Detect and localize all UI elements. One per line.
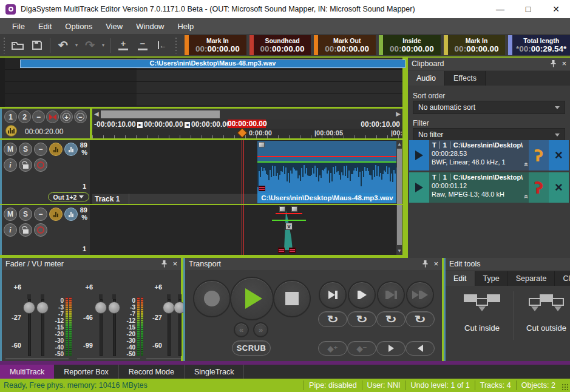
track-2-content[interactable]: v	[92, 205, 396, 255]
track-1-vscrollbar[interactable]: ▲	[396, 140, 402, 204]
play-to-mark-button[interactable]	[319, 281, 347, 309]
pin-icon[interactable]	[551, 60, 556, 67]
resize-grip[interactable]	[562, 384, 569, 391]
info-button[interactable]: i	[4, 158, 17, 172]
info-button[interactable]: i	[4, 223, 17, 237]
expand-chevron-icon[interactable]: »	[522, 164, 529, 167]
slider-knob[interactable]	[108, 302, 120, 314]
clipboard-item-2[interactable]: T1C:\Users\nin\Desktop\ 00:00:01.12 Raw,…	[409, 172, 569, 203]
view-preset-2-button[interactable]: 2	[18, 110, 31, 123]
routing-selector[interactable]: Out 1+2	[48, 192, 89, 201]
record-button[interactable]	[193, 280, 231, 317]
filter-select[interactable]: No filter	[413, 128, 565, 141]
fade-handle-icon[interactable]	[278, 248, 285, 253]
overview-object-bar[interactable]: C:\Users\nin\Desktop\Maus-48.mp3.wav	[20, 59, 405, 68]
loop-4-button[interactable]: ↻	[405, 311, 435, 327]
pin-icon[interactable]	[422, 260, 428, 268]
overview-row-1[interactable]: C:\Users\nin\Desktop\Maus-48.mp3.wav	[5, 58, 402, 70]
time-ruler[interactable]: 0:00:00 |00:00:05 |00:	[92, 129, 402, 138]
play-button[interactable]	[409, 172, 429, 203]
solo-button[interactable]: S	[19, 208, 32, 221]
lock-button[interactable]	[19, 223, 32, 237]
overview-row-4[interactable]	[5, 94, 402, 106]
object-handle-icon[interactable]	[259, 142, 265, 147]
tab-edit[interactable]: Edit	[446, 271, 475, 286]
prelisten-ear-icon[interactable]: ʔ	[529, 140, 549, 171]
vscroll-thumb[interactable]	[397, 149, 402, 204]
menu-edit[interactable]: Edit	[32, 20, 58, 33]
record-arm-button[interactable]	[34, 158, 47, 172]
tab-audio[interactable]: Audio	[408, 71, 445, 86]
mark-in-flag[interactable]: ▸00:00:00.00	[137, 120, 183, 129]
fader-slider[interactable]	[38, 299, 47, 356]
display-mark-in[interactable]: Mark In 00:00:00.00	[185, 35, 246, 55]
menu-options[interactable]: Options	[59, 20, 98, 33]
pin-icon[interactable]	[161, 260, 167, 268]
next-marker-button[interactable]	[376, 341, 405, 356]
slider-knob[interactable]	[23, 302, 35, 314]
play-selection-button[interactable]	[377, 281, 405, 309]
loop-2-button[interactable]: ↻	[347, 311, 376, 327]
object-title[interactable]: C:\Users\nin\Desktop\Maus-48.mp3.wav	[257, 193, 396, 203]
collapse-button[interactable]: −	[32, 110, 45, 123]
slider-knob[interactable]	[95, 302, 107, 314]
display-total-length[interactable]: Total length *00:00:29.54*	[508, 35, 570, 55]
object-envelope-area[interactable]	[257, 141, 396, 163]
prelisten-ear-icon[interactable]: ʔ	[529, 172, 549, 203]
zoom-in-circle-button[interactable]: +	[60, 110, 73, 123]
fader-slider[interactable]	[175, 299, 184, 356]
display-inside[interactable]: Inside 00:00:00.00	[379, 35, 441, 55]
fader-slider[interactable]	[110, 299, 118, 356]
remove-clip-icon[interactable]: ×	[549, 172, 569, 203]
overview-row-3[interactable]	[5, 82, 402, 94]
horizontal-scrollbar[interactable]: ◀ ▶	[92, 109, 402, 120]
cut-outside-tool[interactable]: Cut outside	[517, 294, 570, 333]
menu-file[interactable]: File	[6, 20, 31, 33]
mark-out-flag[interactable]: ◂00:00:00.00	[185, 120, 231, 129]
mute-button[interactable]: M	[4, 143, 17, 156]
track-2-vscrollbar[interactable]: ▼	[396, 205, 402, 255]
clipboard-item-1[interactable]: T1C:\Users\nin\Desktop\ 00:00:28.53 BWF,…	[409, 140, 569, 171]
fader-slider[interactable]	[165, 299, 173, 356]
solo-button[interactable]: S	[19, 143, 32, 156]
minimize-track-button[interactable]: −	[34, 208, 47, 221]
tab-type[interactable]: Type	[475, 271, 508, 286]
tab-clip-insert[interactable]: Clip & I	[555, 271, 570, 286]
tab-multitrack[interactable]: MultiTrack	[0, 365, 54, 379]
expand-chevron-icon[interactable]: »	[522, 196, 529, 199]
tab-reporter-box[interactable]: Reporter Box	[54, 365, 119, 379]
fade-handle-icon[interactable]	[289, 248, 296, 253]
view-preset-1-button[interactable]: 1	[4, 110, 17, 123]
display-mark-out[interactable]: Mark Out 00:00:00.00	[314, 35, 376, 55]
menu-help[interactable]: Help	[171, 20, 200, 33]
fader-slider[interactable]	[97, 299, 105, 356]
close-button[interactable]: ✕	[542, 0, 570, 18]
current-time-box[interactable]: 00:00:00.00	[228, 120, 266, 128]
goto-start-button[interactable]: ←	[152, 37, 172, 54]
record-arm-button[interactable]	[34, 223, 47, 237]
minimize-button[interactable]: —	[486, 0, 514, 18]
toolbar-grip-2[interactable]	[174, 38, 177, 53]
mark-range-button[interactable]	[46, 110, 59, 123]
stop-button[interactable]	[273, 280, 311, 317]
audio-object-2[interactable]: v	[274, 205, 308, 255]
close-icon[interactable]: ×	[434, 260, 438, 268]
add-marker-button[interactable]: ◆⁺	[318, 341, 347, 356]
cut-inside-tool[interactable]: Cut inside	[453, 294, 511, 333]
meter-gold-button[interactable]	[49, 143, 63, 156]
tab-record-mode[interactable]: Record Mode	[119, 365, 185, 379]
track-1-content[interactable]: Track 1 C:\Users\nin\Desktop\Maus-48.mp3…	[92, 140, 396, 204]
open-file-button[interactable]	[8, 37, 27, 54]
toolbar-grip[interactable]	[2, 38, 5, 53]
undo-dropdown[interactable]: ▾	[73, 37, 80, 54]
tab-effects[interactable]: Effects	[445, 71, 486, 86]
vscroll-thumb[interactable]	[397, 205, 402, 245]
loop-3-button[interactable]: ↻	[376, 311, 405, 327]
zoom-out-circle-button[interactable]: −	[74, 110, 87, 123]
close-icon[interactable]: ×	[562, 59, 566, 68]
sort-order-select[interactable]: No automatic sort	[413, 101, 565, 114]
menu-view[interactable]: View	[100, 20, 129, 33]
forward-button[interactable]: »	[253, 322, 268, 337]
fader-slider[interactable]	[25, 299, 33, 356]
play-from-mark-button[interactable]	[348, 281, 376, 309]
